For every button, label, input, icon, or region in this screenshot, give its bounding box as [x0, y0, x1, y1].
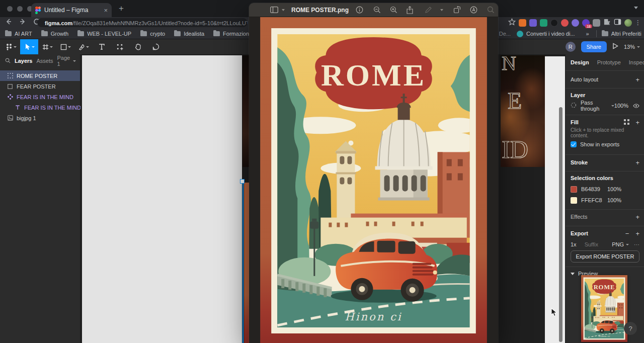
remove-export-button[interactable]: − — [625, 230, 629, 237]
add-auto-layout-button[interactable]: + — [635, 76, 639, 83]
layer-row-rome-poster[interactable]: ROME POSTER — [0, 70, 80, 81]
export-rome-poster-button[interactable]: Export ROME POSTER — [571, 250, 639, 263]
extension-icon-cloud[interactable]: 18 — [582, 19, 590, 27]
bookmarks-overflow-icon[interactable]: » — [586, 31, 589, 37]
search-icon[interactable] — [5, 56, 11, 65]
visibility-eye-icon[interactable] — [633, 101, 639, 110]
zoom-in-icon[interactable] — [390, 6, 397, 14]
share-icon[interactable] — [407, 6, 413, 14]
selection-handle[interactable] — [240, 179, 245, 184]
checkbox-checked[interactable] — [571, 141, 577, 147]
browser-menu-kebab-icon[interactable]: ⋯ — [634, 20, 641, 26]
zoom-level[interactable]: 13% — [624, 44, 640, 50]
help-button[interactable]: ? — [624, 322, 637, 335]
pen-tool[interactable] — [74, 39, 93, 54]
color-swatch[interactable] — [571, 197, 577, 204]
layer-row-bigjpg[interactable]: bigjpg 1 — [0, 113, 80, 123]
resources-tool[interactable] — [111, 39, 129, 54]
export-format-select[interactable]: PNG — [612, 241, 624, 247]
add-fill-button[interactable]: + — [635, 119, 639, 126]
tab-inspect[interactable]: Inspect — [629, 59, 644, 65]
tab-close-icon[interactable]: × — [104, 7, 108, 14]
info-icon[interactable] — [356, 6, 363, 14]
shape-tool[interactable] — [56, 39, 74, 54]
tab-assets[interactable]: Assets — [36, 58, 53, 64]
browser-profile-avatar[interactable] — [624, 19, 632, 27]
export-scale[interactable]: 1x — [571, 241, 577, 247]
export-suffix-input[interactable]: Suffix — [585, 241, 598, 247]
new-tab-button[interactable]: + — [119, 4, 124, 14]
bookmark-altri-preferiti[interactable]: Altri Preferiti — [602, 31, 641, 37]
layer-row-fear-poster[interactable]: FEAR POSTER — [0, 81, 80, 92]
fear-poster-thumbnail[interactable]: N E ID — [501, 55, 545, 167]
url-bar[interactable]: figma.com/file/ZOqa831eMwhNfNMRz3vGs1/Un… — [37, 18, 248, 27]
mixed-fill-icon[interactable] — [624, 118, 629, 127]
tab-overflow-chevron-icon[interactable] — [634, 7, 638, 9]
add-stroke-button[interactable]: + — [635, 159, 639, 166]
annotate-icon[interactable] — [470, 6, 477, 14]
selection-color-row[interactable]: B64839 100% — [566, 184, 644, 194]
hand-tool[interactable] — [129, 39, 147, 54]
extension-icon-green[interactable] — [540, 19, 547, 27]
text-tool[interactable] — [93, 39, 111, 54]
search-icon[interactable] — [487, 6, 495, 14]
chevron-down-icon[interactable] — [282, 9, 285, 11]
sidebar-icon[interactable] — [270, 7, 278, 13]
show-in-exports-row[interactable]: Show in exports — [566, 139, 644, 149]
extension-icon-gray[interactable] — [593, 19, 600, 27]
frame-tool[interactable] — [38, 39, 56, 54]
bookmark-converti[interactable]: Converti i video di... — [517, 31, 575, 37]
color-swatch[interactable] — [571, 186, 577, 193]
export-options-kebab-icon[interactable]: ⋯ — [634, 241, 639, 248]
extension-icon-orange[interactable] — [519, 19, 526, 27]
extensions-puzzle-icon[interactable] — [603, 18, 611, 28]
layer-opacity[interactable]: 100% — [614, 103, 628, 109]
canvas-white-page[interactable] — [82, 55, 242, 343]
tab-layers[interactable]: Layers — [15, 58, 32, 64]
layer-row-fear-component[interactable]: FEAR IS IN THE MIND — [0, 92, 80, 102]
move-tool[interactable] — [20, 39, 38, 54]
figma-main-menu[interactable] — [2, 39, 20, 54]
markup-chevron-icon[interactable] — [440, 9, 443, 11]
extension-icon-purple[interactable] — [529, 19, 537, 27]
preview-window[interactable]: ROME POSTER.png — [249, 3, 498, 343]
forward-icon[interactable] — [19, 18, 26, 27]
present-button[interactable] — [612, 42, 618, 51]
minimize-window-dot[interactable] — [17, 6, 23, 12]
selection-color-row[interactable]: FFEFC8 100% — [566, 195, 644, 205]
markup-pen-icon[interactable] — [425, 6, 432, 14]
layer-row-fear-text[interactable]: FEAR IS IN THE MIND — [0, 102, 80, 113]
page-selector[interactable]: Page 1 — [57, 55, 76, 67]
fill-section-header: Fill + — [566, 117, 644, 128]
zoom-out-icon[interactable] — [373, 6, 381, 14]
extension-icon-ghost[interactable] — [572, 19, 579, 27]
bookmark-folder[interactable]: crypto — [140, 31, 165, 37]
bookmark-folder[interactable]: Formazione — [213, 31, 252, 37]
user-avatar[interactable]: R — [566, 42, 576, 52]
extension-icon-black[interactable] — [550, 19, 558, 27]
bookmark-star-icon[interactable] — [508, 18, 516, 28]
share-button[interactable]: Share — [581, 41, 607, 52]
bookmark-folder[interactable]: AI ART — [5, 31, 32, 37]
preview-titlebar[interactable]: ROME POSTER.png — [249, 3, 498, 17]
fear-poster-left-edge[interactable] — [243, 55, 250, 167]
tab-design[interactable]: Design — [571, 59, 589, 65]
bookmark-folder[interactable]: Growth — [41, 31, 68, 37]
blend-mode-icon[interactable] — [571, 101, 577, 110]
add-export-button[interactable]: + — [635, 230, 639, 237]
blend-mode-select[interactable]: Pass through — [581, 100, 609, 112]
browser-tab[interactable]: Untitled – Figma × — [31, 3, 112, 17]
sidebar-toggle-icon[interactable] — [614, 18, 621, 28]
selection-colors-title: Selection colors — [571, 175, 613, 181]
extension-icon-red-key[interactable] — [561, 19, 569, 27]
comment-tool[interactable] — [147, 39, 165, 54]
bookmark-folder[interactable]: Idealista — [174, 31, 204, 37]
chevron-down-icon — [86, 46, 89, 48]
add-effect-button[interactable]: + — [635, 214, 639, 220]
rotate-icon[interactable] — [453, 6, 461, 14]
bookmark-folder[interactable]: WEB - LEVEL-UP — [77, 31, 131, 37]
back-icon[interactable] — [5, 18, 12, 27]
canvas-scrollbar[interactable] — [559, 107, 562, 342]
close-window-dot[interactable] — [7, 6, 13, 12]
tab-prototype[interactable]: Prototype — [597, 59, 621, 65]
